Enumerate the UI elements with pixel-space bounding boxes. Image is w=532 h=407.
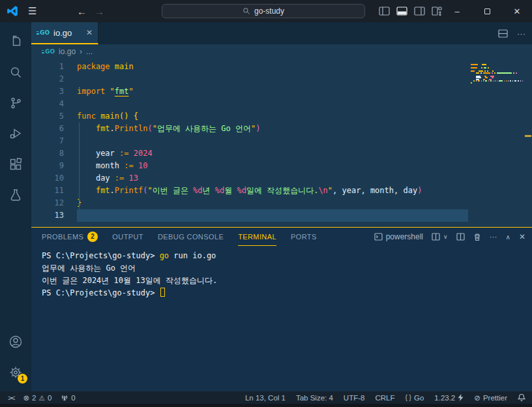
editor-more-actions-icon[interactable]: ··· bbox=[517, 29, 525, 38]
sidebar-item-search[interactable] bbox=[0, 57, 31, 87]
line-number: 10 bbox=[31, 172, 77, 185]
sidebar-item-run-debug[interactable] bbox=[0, 118, 31, 149]
breadcrumb-go-icon: GO bbox=[42, 48, 55, 55]
accounts-button[interactable] bbox=[0, 326, 31, 357]
eol-selector[interactable]: CRLF bbox=[375, 394, 394, 402]
go-file-icon: GO bbox=[37, 29, 50, 36]
code-line[interactable]: day := 13 bbox=[77, 172, 468, 185]
terminal-line[interactable]: 이번 글은 2024년 10월 13일에 작성했습니다. bbox=[42, 275, 532, 287]
activity-bar: 1 bbox=[0, 22, 31, 391]
maximize-icon bbox=[484, 8, 490, 14]
ruler-cursor-mark bbox=[525, 135, 531, 137]
problems-status[interactable]: ⊗ 2 ⚠ 0 bbox=[23, 393, 52, 402]
tab-debug-console[interactable]: DEBUG CONSOLE bbox=[158, 228, 224, 246]
tab-io-go[interactable]: GO io.go ✕ bbox=[31, 22, 98, 44]
tab-terminal[interactable]: TERMINAL bbox=[238, 228, 276, 246]
line-number: 11 bbox=[31, 185, 77, 197]
toggle-primary-sidebar-icon[interactable] bbox=[379, 7, 390, 16]
back-icon[interactable]: ← bbox=[77, 6, 87, 17]
terminal-line[interactable]: PS C:\Projects\go-study> bbox=[42, 287, 532, 299]
terminal-icon bbox=[374, 233, 383, 241]
go-version[interactable]: 1.23.2 bbox=[434, 394, 464, 402]
code-line[interactable]: month := 10 bbox=[77, 160, 468, 172]
code-line[interactable]: fmt.Println("업무에 사용하는 Go 언어") bbox=[77, 123, 468, 135]
cursor-position[interactable]: Ln 13, Col 1 bbox=[245, 394, 286, 402]
settings-button[interactable]: 1 bbox=[0, 357, 31, 387]
search-value: go-study bbox=[254, 7, 284, 16]
code-editor[interactable]: 12345678910111213 package mainimport "fm… bbox=[31, 59, 532, 228]
debug-console-label: DEBUG CONSOLE bbox=[158, 233, 224, 241]
minimize-button[interactable]: – bbox=[442, 0, 472, 22]
maximize-panel-icon[interactable]: ∧ bbox=[506, 234, 510, 241]
tab-close-icon[interactable]: ✕ bbox=[86, 28, 93, 37]
gutter: 12345678910111213 bbox=[31, 59, 77, 227]
customize-layout-icon[interactable] bbox=[432, 7, 442, 16]
terminal-line[interactable]: 업무에 사용하는 Go 언어 bbox=[42, 262, 532, 275]
code-line[interactable] bbox=[77, 135, 468, 147]
terminal-line[interactable]: PS C:\Projects\go-study> go run io.go bbox=[42, 250, 532, 262]
new-terminal-icon bbox=[432, 233, 440, 241]
split-terminal-icon[interactable] bbox=[456, 233, 465, 241]
panel-more-actions-icon[interactable]: ··· bbox=[490, 232, 497, 241]
sidebar-item-extensions[interactable] bbox=[0, 149, 31, 179]
code-line[interactable]: import "fmt" bbox=[77, 85, 468, 98]
toggle-secondary-sidebar-icon[interactable] bbox=[414, 7, 425, 16]
overview-ruler[interactable] bbox=[523, 59, 532, 227]
launch-profile-button[interactable]: ∨ bbox=[432, 233, 448, 241]
editor-tab-bar: GO io.go ✕ ··· bbox=[31, 22, 532, 44]
sidebar-item-explorer[interactable] bbox=[0, 26, 31, 57]
split-editor-icon[interactable] bbox=[498, 29, 508, 38]
terminal-content[interactable]: PS C:\Projects\go-study> go run io.go업무에… bbox=[31, 246, 532, 391]
breadcrumb-file[interactable]: io.go bbox=[59, 47, 76, 56]
code-line[interactable]: func main() { bbox=[77, 110, 468, 123]
tab-output[interactable]: OUTPUT bbox=[112, 228, 143, 246]
account-icon bbox=[8, 334, 23, 350]
code-line[interactable] bbox=[77, 73, 468, 85]
breadcrumb-more[interactable]: ... bbox=[86, 47, 93, 56]
encoding[interactable]: UTF-8 bbox=[344, 394, 365, 402]
language-mode[interactable]: { } Go bbox=[405, 394, 424, 402]
line-number: 12 bbox=[31, 197, 77, 209]
code-line[interactable]: } bbox=[77, 197, 468, 209]
breadcrumb[interactable]: GO io.go › ... bbox=[31, 44, 532, 59]
tab-size[interactable]: Tab Size: 4 bbox=[296, 394, 333, 402]
line-number: 2 bbox=[31, 73, 77, 85]
forward-icon[interactable]: → bbox=[95, 6, 104, 17]
prettier-icon: ⊘ bbox=[474, 393, 480, 402]
terminal-instance[interactable]: powershell bbox=[374, 232, 423, 241]
formatter-status[interactable]: ⊘ Prettier bbox=[474, 393, 507, 402]
terminal-cursor bbox=[160, 288, 165, 297]
tab-label: io.go bbox=[53, 28, 72, 38]
command-center-search[interactable]: go-study bbox=[162, 4, 365, 18]
code-line[interactable] bbox=[77, 209, 468, 222]
sidebar-item-testing[interactable] bbox=[0, 179, 31, 210]
go-version-label: 1.23.2 bbox=[434, 394, 455, 402]
launch-profile-chevron-icon: ∨ bbox=[443, 234, 448, 240]
code-line[interactable] bbox=[77, 98, 468, 110]
kill-terminal-trash-icon[interactable] bbox=[473, 233, 481, 241]
ports-status[interactable]: 0 bbox=[61, 394, 75, 402]
ports-count: 0 bbox=[71, 394, 75, 402]
code-area[interactable]: package mainimport "fmt"func main() { fm… bbox=[77, 59, 468, 227]
tab-ports[interactable]: PORTS bbox=[291, 228, 317, 246]
bolt-icon bbox=[458, 394, 464, 401]
close-button[interactable]: ✕ bbox=[502, 0, 532, 22]
menu-icon[interactable]: ☰ bbox=[25, 5, 39, 17]
vscode-window: ☰ ← → go-study – ✕ bbox=[0, 0, 532, 407]
sidebar-item-source-control[interactable] bbox=[0, 87, 31, 118]
vscode-logo-icon bbox=[6, 5, 19, 18]
minimap[interactable] bbox=[468, 59, 523, 227]
code-line[interactable]: fmt.Printf("이번 글은 %d년 %d월 %d일에 작성했습니다.\n… bbox=[77, 185, 468, 197]
close-panel-icon[interactable]: ✕ bbox=[519, 232, 525, 241]
notifications-bell-icon[interactable] bbox=[518, 393, 525, 402]
tab-problems[interactable]: PROBLEMS 2 bbox=[42, 228, 98, 246]
remote-indicator[interactable]: >< bbox=[8, 394, 14, 402]
code-line[interactable]: package main bbox=[77, 61, 468, 73]
maximize-button[interactable] bbox=[472, 0, 502, 22]
explorer-icon bbox=[8, 34, 23, 50]
code-line[interactable]: year := 2024 bbox=[77, 147, 468, 160]
line-number: 4 bbox=[31, 98, 77, 110]
toggle-panel-icon[interactable] bbox=[396, 7, 407, 16]
prettier-label: Prettier bbox=[483, 394, 507, 402]
line-number: 9 bbox=[31, 160, 77, 172]
